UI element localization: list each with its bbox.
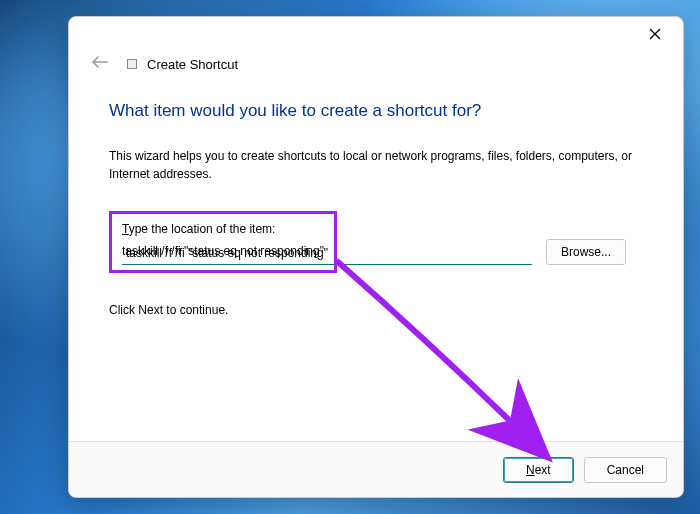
wizard-description: This wizard helps you to create shortcut…	[109, 147, 643, 183]
dialog-header: Create Shortcut	[69, 51, 683, 85]
dialog-titlebar	[69, 17, 683, 51]
shortcut-wizard-icon	[127, 59, 137, 69]
location-field-label: Type the location of the item:	[122, 222, 324, 236]
back-button[interactable]	[87, 53, 113, 75]
next-button-accel: N	[526, 463, 535, 477]
cancel-button[interactable]: Cancel	[584, 457, 667, 483]
next-button-rest: ext	[535, 463, 551, 477]
dialog-footer: Next Cancel	[69, 441, 683, 497]
location-field-label-rest: ype the location of the item:	[129, 222, 276, 236]
location-display-value: taskkill /f /fi "status eq not respondin…	[122, 242, 324, 260]
back-arrow-icon	[91, 55, 109, 69]
next-button[interactable]: Next	[503, 457, 574, 483]
wizard-title: Create Shortcut	[147, 57, 238, 72]
location-value-text: taskkill /f /fi "status eq not respondin…	[122, 244, 324, 258]
continue-instruction: Click Next to continue.	[109, 303, 643, 317]
close-button[interactable]	[639, 20, 671, 48]
main-heading: What item would you like to create a sho…	[109, 101, 643, 121]
dialog-content: What item would you like to create a sho…	[69, 85, 683, 441]
annotation-highlight-box: Type the location of the item: taskkill …	[109, 211, 337, 273]
browse-button[interactable]: Browse...	[546, 239, 626, 265]
close-icon	[649, 28, 661, 40]
create-shortcut-dialog: Create Shortcut What item would you like…	[68, 16, 684, 498]
location-field-label-accel: T	[122, 222, 129, 236]
